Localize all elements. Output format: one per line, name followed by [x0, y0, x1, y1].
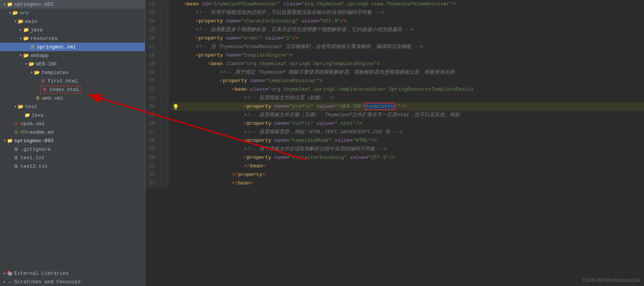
- tree-item-java[interactable]: 📁 java: [0, 26, 145, 34]
- scratch-icon: ✏️: [7, 279, 13, 285]
- tree-item-webapp[interactable]: 📂 webapp: [0, 51, 145, 60]
- tree-item-pom-xml[interactable]: 🗎 m pom.xml: [0, 119, 145, 128]
- tree-label: test.txt: [21, 155, 45, 161]
- tree-item-test2-txt[interactable]: 🗎 test2.txt: [0, 162, 145, 171]
- folder-icon: 📂: [23, 35, 29, 41]
- line-num-18: 18: [145, 51, 157, 60]
- code-line-28: <property name="templateMode" value="HTM…: [172, 136, 644, 145]
- tree-item-springmvc-xml[interactable]: 🗎 springmvc.xml: [0, 43, 145, 51]
- md-file-icon: 🗎: [13, 129, 19, 135]
- code-content: <bean id="thymeleafViewResolver" class="…: [168, 0, 644, 188]
- tree-label: main: [25, 19, 37, 24]
- chevron-icon: [3, 1, 7, 7]
- tree-item-springmvc-002[interactable]: 📁 springmvc-002: [0, 0, 145, 9]
- project-icon: 📁: [7, 1, 13, 7]
- code-line-24: 💡 <property name="prefix" value="/WEB-IN…: [172, 102, 644, 111]
- line-num-13: 13: [145, 9, 157, 17]
- tree-label: m: [21, 121, 24, 127]
- folder-icon: 📂: [12, 10, 19, 16]
- tree-label: External Libraries: [14, 270, 69, 276]
- code-line-22: <bean class="org.thymeleaf.spring6.templ…: [172, 85, 644, 94]
- file-tree[interactable]: 📁 springmvc-002 📂 src 📂 main 📁 java 📂 re…: [0, 0, 145, 286]
- code-line-18: <property name="templateEngine">: [172, 51, 644, 60]
- folder-icon: 📁: [24, 112, 30, 118]
- tree-label: springmvc-003: [14, 138, 53, 144]
- line-numbers-gutter: 12 13 14 15 16 17 18 19 20 21 22 23 24 2…: [145, 0, 161, 188]
- folder-icon: 📂: [29, 61, 35, 67]
- tree-item-resources[interactable]: 📂 resources: [0, 34, 145, 43]
- line-num-32: 32: [145, 171, 157, 179]
- chevron-icon: [19, 27, 23, 33]
- folder-icon: 📂: [23, 52, 29, 59]
- tree-label: .gitignore: [21, 146, 51, 152]
- code-line-30: <property name="characterEncoding" value…: [172, 153, 644, 162]
- line-num-27: 27: [145, 128, 157, 136]
- tree-item-springmvc-003[interactable]: 📁 springmvc-003: [0, 136, 145, 145]
- tree-item-index-html[interactable]: 🗎 index.html: [0, 85, 145, 94]
- chevron-icon: [3, 270, 7, 276]
- html-file-icon: 🗎: [40, 78, 46, 84]
- chevron-icon: [3, 279, 7, 285]
- code-line-32: </property>: [172, 171, 644, 179]
- code-line-27: <!-- 设置模板类型，例如：HTML,TEXT,JAVASCRIPT,CSS …: [172, 128, 644, 136]
- code-line-25: <!-- 设置模板文件后缀（后缀），Thymeleaf文件扩展名不一定是html…: [172, 111, 644, 119]
- tree-label: springmvc.xml: [37, 44, 76, 50]
- tree-item-java2[interactable]: 📁 java: [0, 111, 145, 119]
- line-num-26: 26: [145, 119, 157, 128]
- tree-label: springmvc-002: [14, 2, 53, 7]
- tree-label: index.html: [49, 87, 79, 93]
- line-num-33: 33: [145, 179, 157, 188]
- tree-item-gitignore[interactable]: 🗎 .gitignore: [0, 145, 145, 153]
- line-num-20: 20: [145, 68, 157, 77]
- library-icon: 📚: [7, 270, 13, 276]
- line-num-14: 14: [145, 17, 157, 26]
- tree-label: java: [31, 112, 43, 118]
- tree-label: Scratches and Consoles: [14, 279, 81, 285]
- chevron-icon: [25, 61, 29, 67]
- code-line-26: <property name="suffix" value=".html"/>: [172, 119, 644, 128]
- tree-item-src[interactable]: 📂 src: [0, 9, 145, 17]
- line-num-31: 31: [145, 162, 157, 171]
- chevron-icon: [30, 69, 34, 76]
- bulb-icon: 💡: [172, 103, 179, 112]
- tree-item-test-txt[interactable]: 🗎 test.txt: [0, 153, 145, 162]
- code-line-29: <!-- 用于模板文件在读取和解析过程中采用的编码字符集 -->: [172, 145, 644, 153]
- line-num-15: 15: [145, 26, 157, 34]
- line-num-28: 28: [145, 136, 157, 145]
- tree-item-scratches[interactable]: ✏️ Scratches and Consoles: [0, 277, 145, 286]
- xml-file-icon: 🗎: [29, 44, 36, 50]
- file-icon: 🗎: [13, 146, 19, 152]
- line-num-22: 22: [145, 85, 157, 94]
- tree-item-test[interactable]: 📂 test: [0, 102, 145, 111]
- tree-label: src: [20, 10, 29, 16]
- tree-item-web-xml[interactable]: 🗎 web.xml: [0, 94, 145, 102]
- chevron-icon: [14, 18, 18, 24]
- code-line-12: <bean id="thymeleafViewResolver" class="…: [172, 0, 644, 9]
- folder-icon: 📂: [18, 103, 24, 110]
- chevron-icon: [3, 138, 7, 144]
- tree-item-external-libraries[interactable]: 📚 External Libraries: [0, 269, 145, 277]
- tree-item-main[interactable]: 📂 main: [0, 17, 145, 26]
- tree-label: WEB-INF: [36, 61, 57, 67]
- tree-item-first-html[interactable]: 🗎 first.html: [0, 77, 145, 85]
- code-line-23: <!-- 设置模板文件的位置（前缀）-->: [172, 94, 644, 102]
- tree-item-webinf[interactable]: 📂 WEB-INF: [0, 60, 145, 68]
- tree-item-readme[interactable]: 🗎 MD readme.md: [0, 128, 145, 136]
- tree-label: MD: [21, 129, 27, 135]
- code-line-21: <property name="templateResolver">: [172, 77, 644, 85]
- chevron-icon: [14, 103, 18, 110]
- line-num-30: 30: [145, 153, 157, 162]
- folder-icon: 📂: [34, 69, 40, 76]
- code-editor: 12 13 14 15 16 17 18 19 20 21 22 23 24 2…: [145, 0, 644, 286]
- fold-gutter: ▾ ▾ ▾ ▾ ▾ ▾: [161, 0, 168, 188]
- xml-file-icon: 🗎: [35, 95, 41, 101]
- code-line-15: <!-- 如果配置多个视图解析器，它来决定优先使用哪个视图解析器，它的值越小优先…: [172, 26, 644, 34]
- tree-item-templates[interactable]: 📂 templates: [0, 68, 145, 77]
- line-num-23: 23: [145, 94, 157, 102]
- tree-label: templates: [41, 70, 69, 76]
- line-num-17: 17: [145, 43, 157, 51]
- line-num-16: 16: [145, 34, 157, 43]
- chevron-icon: [9, 10, 12, 16]
- code-line-17: <!-- 当 ThymeleafViewResolver 渲染模板时，会使用该模…: [172, 43, 644, 51]
- code-line-14: <property name="characterEncoding" value…: [172, 17, 644, 26]
